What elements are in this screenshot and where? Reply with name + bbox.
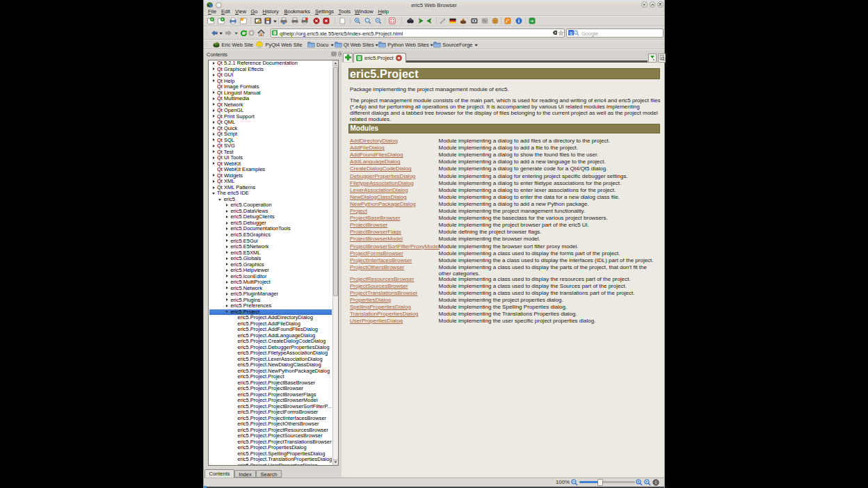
svg-text:g: g bbox=[570, 30, 572, 35]
